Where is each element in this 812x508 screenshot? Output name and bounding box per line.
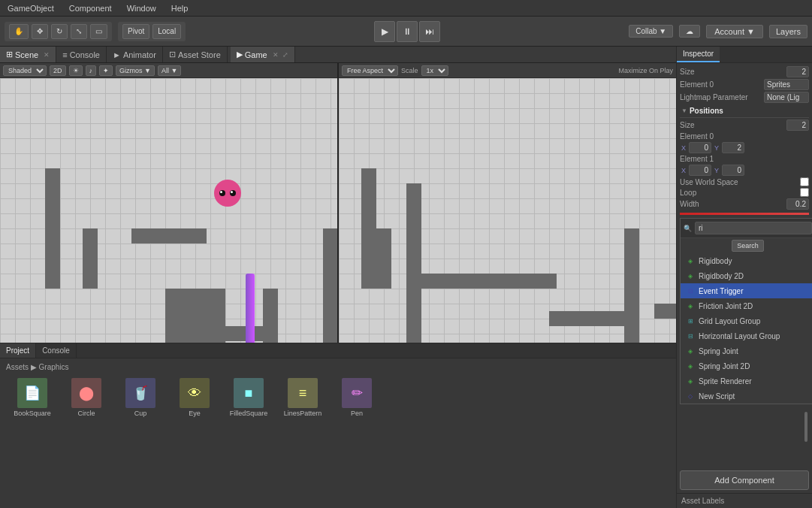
component-new-script[interactable]: ◇ New Script bbox=[681, 389, 812, 404]
asset-cup[interactable]: 🥤 Cup bbox=[114, 376, 167, 419]
filledsquare-label: FilledSquare bbox=[230, 410, 268, 417]
ball-eyes bbox=[219, 190, 236, 196]
size-value[interactable]: 2 bbox=[786, 66, 809, 77]
pause-button[interactable]: ⏸ bbox=[397, 21, 418, 42]
search-bar: 🔍 bbox=[681, 219, 812, 238]
grid-layout-icon: ⊞ bbox=[685, 316, 696, 326]
platform bbox=[45, 168, 60, 289]
width-row: Width 0.2 bbox=[680, 198, 809, 210]
sprite-renderer-icon: ◈ bbox=[685, 376, 696, 386]
scene-light-button[interactable]: ☀ bbox=[69, 65, 83, 76]
asset-circle[interactable]: ⬤ Circle bbox=[60, 376, 113, 419]
component-spring-joint[interactable]: ◈ Spring Joint bbox=[681, 343, 812, 358]
component-horizontal-layout[interactable]: ⊟ Horizontal Layout Group bbox=[681, 328, 812, 343]
platform bbox=[83, 228, 98, 289]
platform bbox=[131, 228, 207, 243]
component-friction-joint[interactable]: ◈ Friction Joint 2D bbox=[681, 298, 812, 313]
menu-window[interactable]: Window bbox=[124, 2, 159, 14]
asset-eye[interactable]: 👁 Eye bbox=[168, 376, 221, 419]
hand-tool[interactable]: ✋ bbox=[9, 24, 29, 39]
gizmos-button[interactable]: Gizmos ▼ bbox=[116, 65, 155, 76]
platform bbox=[406, 183, 421, 343]
search-input[interactable] bbox=[695, 222, 812, 234]
component-sprite-renderer[interactable]: ◈ Sprite Renderer bbox=[681, 373, 812, 389]
tab-animator[interactable]: ► Animator bbox=[107, 47, 163, 62]
game-close[interactable]: ✕ bbox=[273, 51, 279, 59]
component-grid-layout[interactable]: ⊞ Grid Layout Group bbox=[681, 313, 812, 328]
y1-value[interactable]: 0 bbox=[722, 165, 744, 176]
platform bbox=[263, 289, 278, 343]
move-tool[interactable]: ✥ bbox=[32, 24, 48, 39]
x0-value[interactable]: 0 bbox=[689, 142, 711, 153]
play-button[interactable]: ▶ bbox=[374, 21, 395, 42]
pos-el1-row: Element 1 bbox=[680, 155, 809, 163]
y0-value[interactable]: 2 bbox=[722, 142, 744, 153]
console-tab[interactable]: Console bbox=[36, 343, 77, 358]
assets-panel: Assets ▶ Graphics 📄 BookSquare ⬤ Circle … bbox=[0, 358, 676, 508]
pen-icon: ✏ bbox=[342, 378, 372, 408]
account-button[interactable]: Account ▼ bbox=[706, 25, 763, 38]
new-script-icon: ◇ bbox=[685, 391, 696, 401]
use-world-space-checkbox[interactable] bbox=[800, 177, 809, 186]
tab-console[interactable]: ≡ Console bbox=[56, 47, 107, 62]
tab-scene[interactable]: ⊞ Scene ✕ bbox=[0, 47, 56, 62]
x1-value[interactable]: 0 bbox=[689, 165, 711, 176]
component-picker: 🔍 Search ◈ Rigidbody ◈ Rigidbody 2D bbox=[680, 218, 812, 404]
platform bbox=[376, 228, 391, 289]
scene-audio-button[interactable]: ♪ bbox=[86, 65, 97, 76]
asset-booksquare[interactable]: 📄 BookSquare bbox=[6, 376, 59, 419]
2d-button[interactable]: 2D bbox=[50, 65, 66, 76]
positions-section: ▼ Positions bbox=[680, 104, 809, 118]
cloud-button[interactable]: ☁ bbox=[679, 25, 700, 38]
add-component-button[interactable]: Add Component bbox=[680, 470, 809, 490]
game-maximize[interactable]: ⤢ bbox=[282, 51, 288, 59]
booksquare-label: BookSquare bbox=[14, 410, 51, 417]
asset-pen[interactable]: ✏ Pen bbox=[331, 376, 383, 419]
tab-game[interactable]: ▶ Game ✕ ⤢ bbox=[231, 47, 295, 62]
project-tab[interactable]: Project bbox=[0, 343, 36, 358]
bottom-panel: Project Console Assets ▶ Graphics 📄 Book… bbox=[0, 343, 676, 508]
pos-size-value[interactable]: 2 bbox=[786, 119, 809, 131]
scrollbar[interactable] bbox=[804, 412, 807, 442]
component-spring-joint-2d[interactable]: ◈ Spring Joint 2D bbox=[681, 358, 812, 373]
tab-asset-store[interactable]: ⊡ Asset Store bbox=[163, 47, 228, 62]
scene-close[interactable]: ✕ bbox=[44, 51, 50, 59]
rect-tool[interactable]: ▭ bbox=[90, 24, 107, 39]
lightmap-label: Lightmap Parameter bbox=[680, 93, 762, 101]
element0-label: Element 0 bbox=[680, 80, 762, 89]
scale-tool[interactable]: ⤡ bbox=[71, 24, 87, 39]
asset-labels-section: Asset Labels bbox=[677, 493, 812, 508]
layers-button[interactable]: Layers bbox=[769, 25, 807, 38]
menu-component[interactable]: Component bbox=[66, 2, 115, 14]
loop-checkbox[interactable] bbox=[800, 188, 809, 197]
lightmap-value[interactable]: None (Lig bbox=[764, 92, 809, 103]
all-button[interactable]: All ▼ bbox=[158, 65, 181, 76]
filledsquare-icon: ■ bbox=[234, 378, 264, 408]
search-button[interactable]: Search bbox=[732, 240, 764, 252]
component-rigidbody[interactable]: ◈ Rigidbody bbox=[681, 253, 812, 268]
platform bbox=[549, 311, 624, 326]
menu-help[interactable]: Help bbox=[168, 2, 192, 14]
event-trigger-icon: ⊡ bbox=[685, 286, 696, 296]
component-rigidbody2d[interactable]: ◈ Rigidbody 2D bbox=[681, 268, 812, 283]
shaded-select[interactable]: Shaded bbox=[3, 65, 47, 76]
platform bbox=[654, 304, 676, 319]
component-event-trigger[interactable]: ⊡ Event Trigger bbox=[681, 283, 812, 298]
menu-gameobject[interactable]: GameObject bbox=[5, 2, 57, 14]
circle-label: Circle bbox=[77, 410, 95, 417]
step-button[interactable]: ⏭ bbox=[419, 21, 440, 42]
scroll-area bbox=[680, 404, 809, 449]
pivot-button[interactable]: Pivot bbox=[122, 24, 149, 39]
inspector-tab[interactable]: Inspector bbox=[677, 47, 720, 62]
scene-fx-button[interactable]: ✦ bbox=[99, 65, 113, 76]
local-button[interactable]: Local bbox=[152, 24, 181, 39]
asset-filledsquare[interactable]: ■ FilledSquare bbox=[222, 376, 275, 419]
scale-select[interactable]: 1x bbox=[421, 65, 448, 76]
circle-icon: ⬤ bbox=[71, 378, 101, 408]
element0-value[interactable]: Sprites bbox=[764, 79, 809, 90]
collab-button[interactable]: Collab ▼ bbox=[629, 25, 673, 38]
rotate-tool[interactable]: ↻ bbox=[51, 24, 68, 39]
asset-linespattern[interactable]: ≡ LinesPattern bbox=[276, 376, 329, 419]
width-value[interactable]: 0.2 bbox=[786, 198, 809, 210]
aspect-select[interactable]: Free Aspect bbox=[342, 65, 398, 76]
